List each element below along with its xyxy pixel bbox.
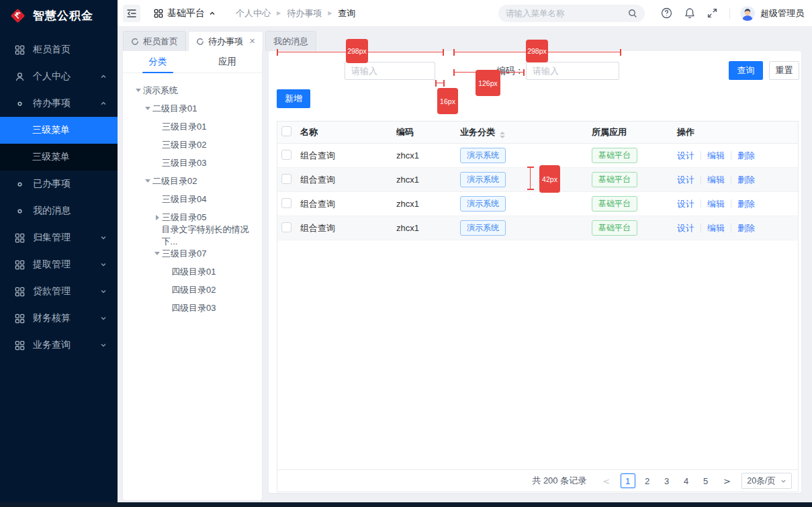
page-number-5[interactable]: 5 [698,473,713,488]
chevron-up-icon [100,73,107,80]
sidebar-item-personal-center[interactable]: 个人中心 [0,63,118,90]
breadcrumb-item[interactable]: 个人中心 [236,7,271,19]
cell-code: zhcx1 [396,223,460,233]
row-action-delete[interactable]: 删除 [737,150,755,162]
table-row: 组合查询zhcx1演示系统基础平台设计编辑删除 [277,168,798,192]
cell-code: zhcx1 [396,175,460,185]
caret-down-icon[interactable] [145,107,150,110]
sidebar-item-done-items[interactable]: 已办事项 [0,171,118,197]
tree-node[interactable]: 三级目录01 [123,118,262,136]
tree-node[interactable]: 二级目录02 [123,172,262,190]
tab-application[interactable]: 应用 [193,51,263,73]
col-category[interactable]: 业务分类 [460,126,592,138]
sidebar-item-finance-accounting[interactable]: 财务核算 [0,305,118,332]
measure-badge: 16px [437,88,458,114]
next-page-icon[interactable]: > [719,476,735,486]
prev-page-icon[interactable]: < [598,476,614,486]
chevron-down-icon [100,315,107,322]
page-size-select[interactable]: 20条/页 [741,473,792,489]
category-tree: 演示系统二级目录01三级目录01三级目录02三级目录03二级目录02三级目录04… [123,73,262,317]
sidebar-item-business-query[interactable]: 业务查询 [0,332,118,359]
page-tab-todo-items[interactable]: 待办事项✕ [188,31,263,51]
tree-node[interactable]: 三级目录04 [123,190,262,208]
tab-category[interactable]: 分类 [123,51,193,73]
add-button[interactable]: 新增 [277,89,310,108]
row-action-design[interactable]: 设计 [677,174,694,186]
user-name[interactable]: 超级管理员 [760,7,804,19]
caret-down-icon[interactable] [136,89,141,92]
grid-icon [15,340,25,351]
tree-node[interactable]: 二级目录01 [123,99,262,118]
row-action-delete[interactable]: 删除 [737,222,755,234]
fullscreen-icon[interactable] [707,8,717,18]
reset-button[interactable]: 重置 [769,61,799,80]
sidebar-item-todo-items[interactable]: 待办事项 [0,90,118,117]
app-root: 智慧公积金 柜员首页个人中心待办事项三级菜单三级菜单已办事项我的消息归集管理提取… [0,0,812,507]
cell-name: 组合查询 [300,174,396,186]
row-action-edit[interactable]: 编辑 [707,150,725,162]
row-checkbox[interactable] [281,222,291,232]
tree-node[interactable]: 四级目录02 [123,281,262,299]
cell-actions: 设计编辑删除 [677,222,798,234]
measure-badge: 126px [476,70,500,96]
page-tab-teller-home[interactable]: 柜员首页 [123,31,186,51]
breadcrumb-item[interactable]: 待办事项 [287,7,322,19]
category-tag: 演示系统 [460,196,506,212]
row-action-edit[interactable]: 编辑 [707,222,725,234]
pagination: 共 200 条记录 < 12345 > 20条/页 [277,469,798,492]
sidebar-item-level3-menu-1[interactable]: 三级菜单 [0,117,118,144]
sidebar-item-loan-mgmt[interactable]: 贷款管理 [0,278,118,305]
cell-code: zhcx1 [396,199,460,209]
select-all-checkbox[interactable] [281,126,291,136]
dot-icon [15,206,25,216]
chevron-down-icon [100,342,107,349]
col-code: 编码 [396,126,460,138]
page-number-2[interactable]: 2 [640,473,655,488]
row-action-edit[interactable]: 编辑 [707,198,725,210]
sidebar-item-my-messages[interactable]: 我的消息 [0,197,118,224]
top-header: 基础平台 个人中心▶待办事项▶查询 [118,0,812,27]
close-tab-icon[interactable]: ✕ [249,37,255,46]
row-checkbox[interactable] [281,174,291,184]
sort-icon[interactable] [500,132,505,138]
avatar[interactable] [740,6,755,21]
tree-node[interactable]: 四级目录01 [123,263,262,281]
row-action-design[interactable]: 设计 [677,150,694,162]
sidebar-item-withdrawal-mgmt[interactable]: 提取管理 [0,251,118,278]
sidebar-item-label: 贷款管理 [33,285,71,297]
search-icon[interactable] [628,9,637,18]
tree-node[interactable]: 目录文字特别长的情况下... [123,226,262,244]
page-tab-my-messages[interactable]: 我的消息 [265,31,316,51]
row-action-design[interactable]: 设计 [677,222,694,234]
tree-node[interactable]: 演示系统 [123,81,262,99]
caret-right-icon[interactable] [156,215,159,220]
caret-down-icon[interactable] [145,179,150,183]
row-action-delete[interactable]: 删除 [737,174,755,186]
notification-bell-icon[interactable] [684,7,695,19]
row-checkbox[interactable] [281,198,291,208]
tree-node[interactable]: 四级目录03 [123,299,262,317]
page-tabs: 柜员首页待办事项✕我的消息 [118,27,812,51]
row-action-delete[interactable]: 删除 [737,198,755,210]
sidebar-item-level3-menu-2[interactable]: 三级菜单 [0,144,118,171]
app-switcher-label: 基础平台 [167,7,205,19]
action-divider [731,199,731,208]
tree-node[interactable]: 三级目录02 [123,136,262,154]
row-action-design[interactable]: 设计 [677,198,694,210]
app-switcher[interactable]: 基础平台 [154,7,216,19]
sidebar-item-collection-mgmt[interactable]: 归集管理 [0,224,118,251]
caret-down-icon[interactable] [154,252,160,255]
row-checkbox[interactable] [281,150,291,160]
sidebar-collapse-button[interactable] [123,5,140,22]
row-action-edit[interactable]: 编辑 [707,174,725,186]
page-number-4[interactable]: 4 [679,473,694,488]
help-icon[interactable] [661,7,672,19]
name-field[interactable] [345,62,435,80]
page-number-1[interactable]: 1 [621,473,635,488]
sidebar-item-teller-home[interactable]: 柜员首页 [0,36,118,63]
query-button[interactable]: 查询 [729,61,763,80]
tree-node[interactable]: 三级目录03 [123,154,262,172]
code-field[interactable] [526,62,619,80]
page-number-3[interactable]: 3 [660,473,674,488]
menu-search-input[interactable] [506,9,628,18]
